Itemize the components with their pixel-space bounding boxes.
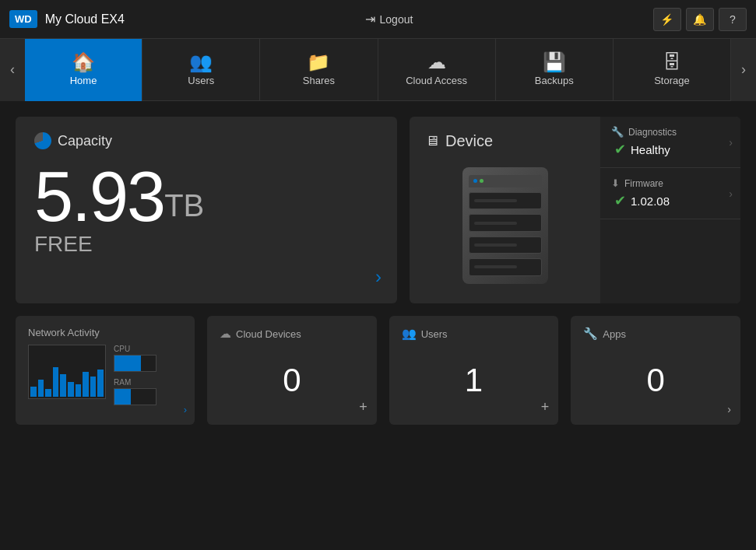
network-content: CPU RAM xyxy=(28,345,182,414)
graph-bar xyxy=(76,384,82,397)
help-button[interactable]: ? xyxy=(719,8,747,31)
firmware-icon: ⬇ xyxy=(611,177,620,189)
cloud-access-icon: ☁ xyxy=(427,53,446,72)
bell-button[interactable]: 🔔 xyxy=(686,8,714,31)
nav-item-cloud-access[interactable]: ☁ Cloud Access xyxy=(378,39,496,101)
diagnostics-value-text: Healthy xyxy=(631,143,670,156)
nav-items: 🏠 Home 👥 Users 📁 Shares ☁ Cloud Access 💾… xyxy=(25,39,731,101)
network-graph xyxy=(28,345,106,399)
nas-drive-4 xyxy=(469,258,542,275)
graph-bar xyxy=(68,382,74,397)
ram-bar xyxy=(114,388,156,405)
cloud-devices-add[interactable]: + xyxy=(359,399,367,415)
capacity-number: 5.93 xyxy=(34,158,164,236)
network-title-text: Network Activity xyxy=(28,327,100,338)
logout-area[interactable]: ⇥ Logout xyxy=(365,12,413,26)
cloud-devices-title-text: Cloud Devices xyxy=(236,328,301,340)
apps-title-text: Apps xyxy=(603,328,626,340)
network-arrow[interactable]: › xyxy=(184,404,187,415)
graph-bars xyxy=(29,345,105,398)
nav-item-storage[interactable]: 🗄 Storage xyxy=(614,39,731,101)
capacity-free-label: FREE xyxy=(34,232,378,257)
nav-label-users: Users xyxy=(188,75,214,86)
graph-bar xyxy=(60,374,66,397)
header-left: WD My Cloud EX4 xyxy=(9,10,125,28)
apps-count: 0 xyxy=(583,347,728,414)
apps-card: 🔧 Apps 0 › xyxy=(571,316,740,425)
diagnostics-label-text: Diagnostics xyxy=(628,127,677,138)
header-controls: ⚡ 🔔 ? xyxy=(653,8,747,31)
capacity-unit: TB xyxy=(164,188,204,222)
device-icon: 🖥 xyxy=(425,133,439,149)
cpu-bar xyxy=(114,355,156,372)
nav-item-home[interactable]: 🏠 Home xyxy=(25,39,142,101)
capacity-card: Capacity 5.93TB FREE › xyxy=(16,117,397,303)
apps-title: 🔧 Apps xyxy=(583,327,728,341)
firmware-label: ⬇ Firmware xyxy=(611,177,730,189)
graph-bar xyxy=(30,387,37,397)
nav-item-users[interactable]: 👥 Users xyxy=(142,39,260,101)
nav-label-cloud-access: Cloud Access xyxy=(406,75,467,86)
nav-label-shares: Shares xyxy=(303,75,335,86)
device-title-label: Device xyxy=(445,132,493,150)
cloud-devices-count: 0 xyxy=(220,347,364,414)
cloud-devices-card: ☁ Cloud Devices 0 + xyxy=(207,316,377,425)
capacity-title-label: Capacity xyxy=(58,133,112,149)
capacity-pie-icon xyxy=(34,132,51,149)
users-card: 👥 Users 1 + xyxy=(389,316,559,425)
nav-arrow-left[interactable]: ‹ xyxy=(0,39,25,101)
users-icon: 👥 xyxy=(189,53,213,72)
device-right: 🔧 Diagnostics ✔ Healthy › ⬇ Firmware xyxy=(600,117,740,303)
diagnostics-label: 🔧 Diagnostics xyxy=(611,126,730,138)
firmware-label-text: Firmware xyxy=(624,178,663,189)
nas-led-1 xyxy=(473,179,477,183)
network-title: Network Activity xyxy=(28,327,182,338)
apps-arrow[interactable]: › xyxy=(727,403,731,415)
diagnostics-icon: 🔧 xyxy=(611,126,624,138)
network-activity-card: Network Activity CPU RAM xyxy=(16,316,195,425)
usb-button[interactable]: ⚡ xyxy=(653,8,681,31)
diagnostics-stat[interactable]: 🔧 Diagnostics ✔ Healthy › xyxy=(600,117,740,168)
nas-drive-3 xyxy=(469,236,542,254)
cloud-devices-title: ☁ Cloud Devices xyxy=(220,327,364,341)
cpu-meter: CPU xyxy=(114,345,156,372)
logout-icon: ⇥ xyxy=(365,12,375,26)
ram-label: RAM xyxy=(114,378,156,387)
nas-top xyxy=(469,175,542,188)
nav-label-storage: Storage xyxy=(654,75,690,86)
graph-bar xyxy=(97,370,104,397)
graph-bar xyxy=(83,372,89,397)
device-title: 🖥 Device xyxy=(425,132,493,150)
graph-bar xyxy=(38,380,44,397)
device-left: 🖥 Device xyxy=(410,117,600,303)
device-card: 🖥 Device 🔧 xyxy=(410,117,740,303)
firmware-arrow: › xyxy=(729,187,733,200)
firmware-value: ✔ 1.02.08 xyxy=(611,192,730,209)
home-icon: 🏠 xyxy=(72,53,95,72)
cloud-devices-icon: ☁ xyxy=(220,327,231,341)
backups-icon: 💾 xyxy=(543,53,566,72)
graph-bar xyxy=(45,389,51,397)
nav-item-shares[interactable]: 📁 Shares xyxy=(260,39,378,101)
users-widget-icon: 👥 xyxy=(402,327,417,341)
firmware-check-icon: ✔ xyxy=(614,192,626,209)
logout-label[interactable]: Logout xyxy=(380,13,413,26)
header: WD My Cloud EX4 ⇥ Logout ⚡ 🔔 ? xyxy=(0,0,756,39)
cpu-label: CPU xyxy=(114,345,156,353)
diagnostics-arrow: › xyxy=(729,136,733,149)
nas-drive-1 xyxy=(469,192,542,209)
users-widget-title: 👥 Users xyxy=(402,327,547,341)
nav-arrow-right[interactable]: › xyxy=(731,39,756,101)
bottom-row: Network Activity CPU RAM xyxy=(16,316,740,425)
nav-item-backups[interactable]: 💾 Backups xyxy=(496,39,614,101)
diagnostics-value: ✔ Healthy xyxy=(611,141,730,158)
capacity-arrow[interactable]: › xyxy=(375,266,382,288)
nav-label-backups: Backups xyxy=(535,75,574,86)
app-title: My Cloud EX4 xyxy=(45,12,125,26)
apps-icon: 🔧 xyxy=(583,327,598,341)
cpu-fill xyxy=(114,356,141,371)
firmware-stat[interactable]: ⬇ Firmware ✔ 1.02.08 › xyxy=(600,168,740,219)
nas-drive-2 xyxy=(469,214,542,231)
wd-logo: WD xyxy=(9,10,37,28)
users-add[interactable]: + xyxy=(541,399,550,415)
